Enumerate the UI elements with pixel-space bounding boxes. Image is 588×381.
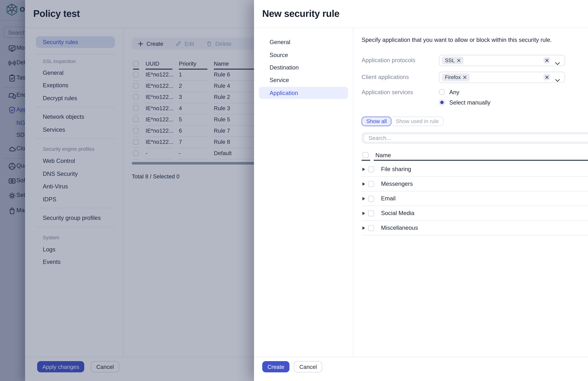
clients-label: Client applications [362,74,409,80]
remove-tag-icon [463,76,466,79]
radio-select-manually[interactable] [439,99,445,105]
clients-select[interactable]: Firefox [439,72,565,83]
category-row-messengers[interactable]: Messengers [362,177,588,191]
category-label: Miscellaneous [381,225,418,231]
screen: Op Monitoring Detection Tasks Endpoints [0,0,588,381]
category-row-miscellaneous[interactable]: Miscellaneous [362,221,588,235]
category-label: Messengers [381,181,413,187]
remove-tag-icon [457,59,460,62]
category-checkbox[interactable] [368,181,374,187]
category-label: File sharing [381,166,411,172]
tab-destination[interactable]: Destination [259,61,348,73]
category-checkbox[interactable] [368,210,374,216]
category-checkbox[interactable] [368,225,374,231]
create-button[interactable]: Create [262,361,290,372]
clear-icon [545,75,548,79]
clear-field-button[interactable] [544,74,550,80]
modal-footer-divider [254,357,588,357]
filter-segmented-control: Show all Show used in rule [362,117,443,126]
category-checkbox[interactable] [368,195,374,201]
protocols-select[interactable]: SSL [439,55,565,66]
tab-general[interactable]: General [259,36,348,48]
radio-any-label[interactable]: Any [449,89,459,95]
tab-description: Specify application that you want to all… [362,37,552,43]
tab-service[interactable]: Service [259,74,348,86]
category-row-file-sharing[interactable]: File sharing [362,162,588,177]
radio-select-manually-label[interactable]: Select manually [449,99,490,106]
cancel-label: Cancel [299,363,317,370]
tag-firefox[interactable]: Firefox [442,73,469,81]
expand-arrow-icon[interactable] [362,197,365,200]
expand-arrow-icon[interactable] [362,212,365,215]
modal-cancel-button[interactable]: Cancel [294,361,322,372]
list-header-name[interactable]: Name [375,152,391,159]
application-search [362,132,588,144]
clear-field-button[interactable] [544,57,550,64]
tab-source[interactable]: Source [259,49,348,61]
create-label: Create [267,363,284,370]
clear-icon [545,59,548,62]
application-categories: File sharing Messengers Email Social Med… [362,162,588,235]
header-underline [362,160,370,161]
category-checkbox[interactable] [368,166,374,172]
category-row-social-media[interactable]: Social Media [362,206,588,221]
new-security-rule-modal: New security rule General Source Destina… [254,0,588,381]
header-underline [374,160,588,161]
expand-arrow-icon[interactable] [362,167,365,171]
expand-arrow-icon[interactable] [362,226,365,230]
radio-any[interactable] [439,89,445,95]
protocols-label: Application protocols [362,57,416,64]
modal-title: New security rule [262,8,339,20]
category-row-email[interactable]: Email [362,191,588,206]
tag-ssl[interactable]: SSL [442,57,463,64]
services-label: Application services [362,89,413,95]
chevron-down-icon[interactable] [555,59,560,67]
tabs-divider [353,28,353,357]
category-label: Email [381,195,396,202]
chevron-down-icon[interactable] [555,76,560,84]
tab-application[interactable]: Application [259,87,348,99]
category-label: Social Media [381,210,414,216]
expand-arrow-icon[interactable] [362,182,365,186]
show-all-segment[interactable]: Show all [362,117,392,126]
show-used-in-rule-segment[interactable]: Show used in rule [392,117,443,126]
tag-label: Firefox [445,74,461,80]
select-all-apps-checkbox[interactable] [362,152,368,158]
modal-header-divider [254,28,588,28]
search-input[interactable] [364,134,588,142]
tag-label: SSL [445,58,455,64]
